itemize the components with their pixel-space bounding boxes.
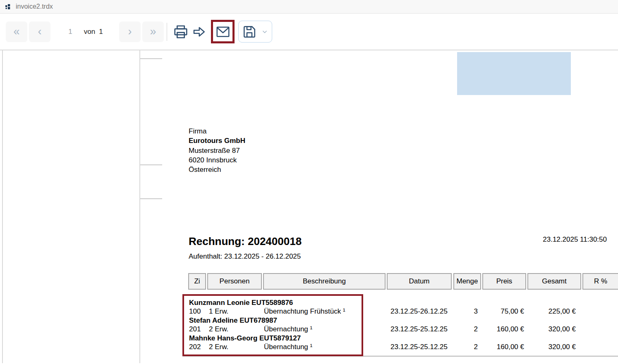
previous-page-button[interactable]: ‹	[29, 21, 50, 42]
col-header-gesamt: Gesamt	[527, 273, 581, 290]
cell-menge: 2	[452, 343, 478, 351]
document-title: invoice2.trdx	[16, 3, 53, 10]
export-button[interactable]	[190, 23, 208, 41]
fold-mark	[140, 164, 162, 165]
printer-icon	[173, 24, 189, 40]
page-indicator: 1 von 1	[52, 28, 119, 36]
cell-gesamt: 320,00 €	[518, 343, 576, 351]
page-left-edge-line	[139, 50, 140, 363]
chevron-down-icon[interactable]	[261, 28, 268, 36]
recipient-city: 6020 Innsbruck	[189, 155, 245, 165]
cell-gesamt: 320,00 €	[518, 325, 576, 333]
recipient-name: Eurotours GmbH	[189, 136, 245, 145]
cell-datum: 23.12.25-25.12.25	[386, 343, 452, 351]
report-page: Firma Eurotours GmbH Musterstraße 87 602…	[0, 50, 618, 363]
current-page-value[interactable]: 1	[68, 28, 72, 36]
toolbar-separator	[167, 23, 167, 41]
recipient-street: Musterstraße 87	[189, 146, 245, 155]
recipient-address: Firma Eurotours GmbH Musterstraße 87 602…	[189, 126, 245, 174]
export-arrow-icon	[192, 24, 206, 39]
save-split-button[interactable]	[238, 21, 272, 43]
report-viewer-toolbar: « ‹ 1 von 1 › »	[0, 14, 618, 50]
previous-page-icon: ‹	[38, 26, 42, 37]
last-page-button[interactable]: »	[142, 21, 164, 42]
fold-mark	[140, 58, 162, 59]
print-timestamp: 23.12.2025 11:30:50	[543, 236, 607, 244]
total-pages-value: 1	[99, 28, 103, 36]
save-icon	[242, 24, 257, 39]
stay-period: Aufenthalt: 23.12.2025 - 26.12.2025	[189, 252, 301, 261]
send-email-button[interactable]	[213, 22, 232, 41]
logo-placeholder	[457, 52, 571, 95]
viewer-left-edge-line	[2, 50, 3, 363]
page-of-label: von	[84, 28, 95, 36]
invoice-title: Rechnung: 202400018	[189, 235, 302, 248]
col-header-personen: Personen	[207, 273, 262, 290]
recipient-salutation: Firma	[189, 126, 245, 136]
cell-menge: 2	[452, 325, 478, 333]
cell-gesamt: 225,00 €	[518, 307, 576, 316]
col-header-zi: Zi	[188, 273, 206, 290]
first-page-button[interactable]: «	[6, 21, 27, 42]
col-header-beschreibung: Beschreibung	[263, 273, 386, 290]
col-header-r-prozent: R %	[582, 273, 618, 290]
cell-datum: 23.12.25-26.12.25	[386, 307, 452, 316]
recipient-country: Österreich	[189, 165, 245, 174]
col-header-menge: Menge	[453, 273, 481, 290]
annotation-box-email	[211, 20, 235, 43]
last-page-icon: »	[150, 26, 156, 37]
window-title-bar: invoice2.trdx	[0, 0, 618, 14]
cell-menge: 3	[452, 307, 478, 316]
col-header-datum: Datum	[387, 273, 452, 290]
first-page-icon: «	[13, 26, 19, 37]
annotation-box-rows	[182, 294, 363, 356]
cell-datum: 23.12.25-25.12.25	[386, 325, 452, 333]
fold-mark	[140, 198, 162, 199]
col-header-preis: Preis	[482, 273, 526, 290]
next-page-icon: ›	[128, 26, 132, 37]
print-button[interactable]	[172, 23, 190, 41]
email-icon	[216, 25, 230, 39]
report-grid-icon	[5, 4, 12, 10]
next-page-button[interactable]: ›	[119, 21, 141, 42]
